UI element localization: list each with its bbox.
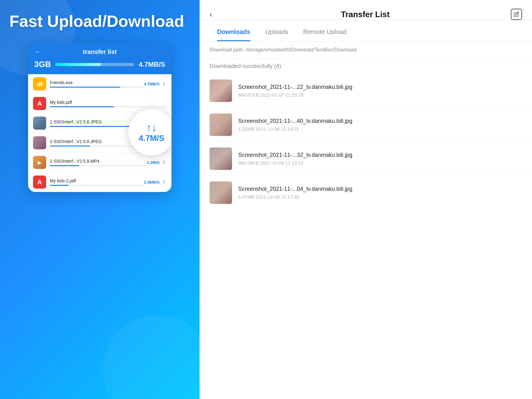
phone-file-right: 2.3MB/S ⏸ xyxy=(144,179,167,185)
right-header: ‹ Transfer List xyxy=(200,0,532,20)
download-path: Download path: /storage/emulated/0/Downl… xyxy=(200,41,532,59)
pause-icon[interactable]: ⏸ xyxy=(162,81,167,87)
phone-file-info: My kids-2.pdf xyxy=(50,178,144,186)
download-item: Screenshot_2021-11-...04_tv.danmaku.bili… xyxy=(200,176,532,209)
right-panel: ‹ Transfer List Downloads Uploads Remote… xyxy=(200,0,532,399)
phone-file-bar-track xyxy=(50,185,144,186)
pause-icon[interactable]: ⏸ xyxy=(162,160,167,165)
phone-progress-track xyxy=(55,63,134,66)
pdf-icon: A xyxy=(33,175,46,189)
download-info: Screenshot_2021-11-...22_tv.danmaku.bili… xyxy=(238,84,522,98)
download-item: Screenshot_2021-11-...40_tv.danmaku.bili… xyxy=(200,108,532,142)
speed-badge: ↑↓ 4.7M/S xyxy=(128,109,172,156)
phone-file-info: My kids.pdf xyxy=(50,100,167,107)
download-list: Screenshot_2021-11-...22_tv.danmaku.bili… xyxy=(200,74,532,399)
phone-file-bar-fill xyxy=(50,185,69,186)
phone-back-icon: ← xyxy=(34,48,41,56)
phone-file-list: 📁 Friends.exe 4.7MB/S ⏸ xyxy=(28,74,172,192)
download-name: Screenshot_2021-11-...22_tv.danmaku.bili… xyxy=(238,84,522,90)
thumbnail xyxy=(210,181,232,204)
thumbnail xyxy=(210,79,232,102)
phone-progress-fill xyxy=(55,63,101,66)
phone-wrapper: ← transfer list 3GB 4.7MB/S 📁 xyxy=(9,43,190,192)
download-name: Screenshot_2021-11-...32_tv.danmaku.bili… xyxy=(238,152,522,158)
folder-icon: 📁 xyxy=(33,77,46,90)
phone-file-right: 4.7MB/S ⏸ xyxy=(144,81,167,87)
pause-icon[interactable]: ⏸ xyxy=(162,179,167,185)
thumbnail xyxy=(210,113,232,136)
download-info: Screenshot_2021-11-...40_tv.danmaku.bili… xyxy=(238,118,522,132)
back-button[interactable]: ‹ xyxy=(210,10,212,19)
tab-remote-upload[interactable]: Remote Upload xyxy=(296,23,354,41)
phone-header-row: ← transfer list xyxy=(34,48,165,60)
download-name: Screenshot_2021-11-...40_tv.danmaku.bili… xyxy=(238,118,522,124)
speed-badge-value: 4.7M/S xyxy=(139,133,164,143)
left-panel: Fast Upload/Download ← transfer list 3GB… xyxy=(0,0,200,399)
phone-mockup: ← transfer list 3GB 4.7MB/S 📁 xyxy=(28,43,172,192)
phone-file-name: 2-SSOInterf...V2.5.8.MP4 xyxy=(50,159,147,164)
phone-file-right: 1.2M/S ⏸ xyxy=(147,160,167,165)
phone-file-item: A My kids-2.pdf 2.3MB/S ⏸ xyxy=(28,172,172,192)
page-title: Transfer List xyxy=(220,10,511,19)
download-info: Screenshot_2021-11-...32_tv.danmaku.bili… xyxy=(238,152,522,166)
download-info: Screenshot_2021-11-...04_tv.danmaku.bili… xyxy=(238,186,522,200)
phone-file-info: 2-SSOInterf...V2.5.8.MP4 xyxy=(50,159,147,166)
speed-arrows-icon: ↑↓ xyxy=(146,122,157,132)
phone-file-name: My kids.pdf xyxy=(50,100,167,105)
img-icon xyxy=(33,117,46,130)
img-icon xyxy=(33,136,46,149)
phone-file-bar-fill xyxy=(50,165,79,166)
pdf-icon: A xyxy=(33,97,46,110)
edit-button[interactable] xyxy=(511,9,522,20)
phone-file-info: Friends.exe xyxy=(50,80,144,88)
phone-file-bar-track xyxy=(50,87,144,88)
phone-file-speed: 1.2M/S xyxy=(147,160,160,165)
tab-uploads[interactable]: Uploads xyxy=(258,23,296,41)
phone-file-item: 📁 Friends.exe 4.7MB/S ⏸ xyxy=(28,74,172,94)
video-icon: ▶ xyxy=(33,156,46,169)
download-item: Screenshot_2021-11-...32_tv.danmaku.bili… xyxy=(200,142,532,176)
phone-top-bar: ← transfer list 3GB 4.7MB/S xyxy=(28,43,172,74)
download-meta: 1.02MB 2021-12-08 11:19:21 xyxy=(238,126,522,132)
thumbnail xyxy=(210,147,232,170)
phone-file-bar-track xyxy=(50,165,147,166)
phone-size: 3GB xyxy=(34,60,51,69)
download-meta: 669.87KB 2022-01-07 11:29:26 xyxy=(238,92,522,98)
section-header: Downloaded successfully (4) xyxy=(200,59,532,74)
phone-progress-row: 3GB 4.7MB/S xyxy=(34,60,165,74)
phone-file-name: My kids-2.pdf xyxy=(50,178,144,183)
tabs-bar: Downloads Uploads Remote Upload xyxy=(200,23,532,41)
download-meta: 980.06KB 2021-12-08 11:19:21 xyxy=(238,160,522,166)
phone-file-name: Friends.exe xyxy=(50,80,144,85)
tab-downloads[interactable]: Downloads xyxy=(210,23,258,41)
hero-title: Fast Upload/Download xyxy=(9,12,190,30)
phone-file-bar-fill xyxy=(50,106,114,107)
download-meta: 1.07MB 2021-12-08 11:17:35 xyxy=(238,194,522,200)
phone-file-bar-track xyxy=(50,106,167,107)
phone-file-speed: 4.7MB/S xyxy=(144,82,160,86)
phone-file-item-3: 1-SSOInterf...V2.5.8.JPEG ↑↓ 4.7M/S xyxy=(28,113,172,133)
phone-file-speed: 2.3MB/S xyxy=(144,180,160,185)
phone-speed: 4.7MB/S xyxy=(138,60,165,69)
phone-file-bar-fill xyxy=(50,87,120,88)
phone-file-item: ▶ 2-SSOInterf...V2.5.8.MP4 1.2M/S ⏸ xyxy=(28,153,172,172)
phone-file-bar-fill xyxy=(50,146,90,147)
phone-title: transfer list xyxy=(45,48,155,55)
download-item: Screenshot_2021-11-...22_tv.danmaku.bili… xyxy=(200,74,532,108)
download-name: Screenshot_2021-11-...04_tv.danmaku.bili… xyxy=(238,186,522,192)
